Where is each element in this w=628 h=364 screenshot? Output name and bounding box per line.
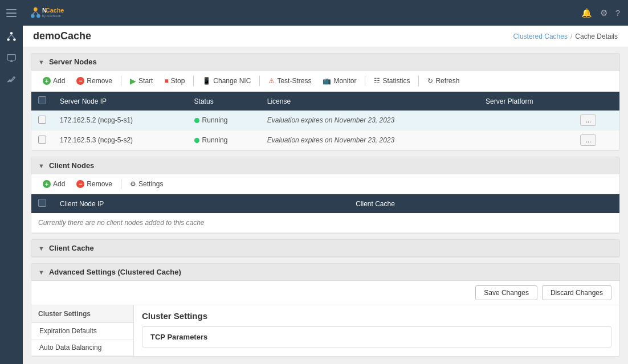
test-stress-button[interactable]: ⚠ Test-Stress — [264, 75, 316, 87]
server-col-check — [31, 92, 53, 111]
table-row[interactable]: 172.162.5.2 (ncpg-5-s1) Running Evaluati… — [31, 111, 619, 130]
add-icon: + — [43, 77, 51, 85]
advanced-settings-arrow: ▼ — [38, 269, 44, 276]
client-toolbar-sep — [121, 179, 121, 189]
client-nodes-title: Client Nodes — [49, 161, 94, 170]
svg-point-11 — [34, 7, 38, 11]
svg-point-5 — [13, 38, 16, 41]
server-nodes-table: Server Node IP Status License Server Pla… — [31, 92, 619, 150]
sidebar-item-monitor[interactable] — [0, 47, 23, 69]
adv-subsection-tcp: TCP Parameters — [142, 326, 611, 347]
change-nic-icon: 📱 — [202, 77, 211, 85]
svg-point-13 — [36, 14, 40, 18]
client-nodes-section: ▼ Client Nodes + Add − Remove ⚙ Settings — [31, 157, 620, 234]
save-changes-button[interactable]: Save Changes — [475, 285, 537, 300]
server-nodes-toolbar: + Add − Remove ▶ Start ■ Stop — [31, 71, 619, 92]
svg-point-3 — [10, 32, 13, 35]
server-nodes-arrow: ▼ — [38, 59, 44, 66]
advanced-sidebar: Cluster Settings Expiration Defaults Aut… — [31, 305, 134, 356]
client-table-header-row: Client Node IP Client Cache — [31, 194, 619, 213]
server-col-action — [573, 92, 619, 111]
remove-server-button[interactable]: − Remove — [72, 75, 117, 87]
svg-text:Cache: Cache — [46, 7, 64, 14]
svg-rect-8 — [7, 55, 15, 60]
toolbar-sep-4 — [365, 76, 365, 86]
toolbar-sep-5 — [418, 76, 419, 86]
svg-line-6 — [9, 35, 11, 38]
client-cache-title: Client Cache — [49, 244, 94, 252]
svg-rect-2 — [6, 16, 17, 17]
client-nodes-table: Client Node IP Client Cache Currently th… — [31, 194, 619, 233]
svg-line-14 — [32, 11, 35, 14]
advanced-settings-header[interactable]: ▼ Advanced Settings (Clustered Cache) — [31, 264, 619, 281]
sidebar-item-tools[interactable] — [0, 69, 23, 91]
server-col-ip: Server Node IP — [53, 92, 187, 111]
server-col-status: Status — [187, 92, 260, 111]
client-col-ip: Client Node IP — [53, 194, 349, 213]
client-cache-header[interactable]: ▼ Client Cache — [31, 240, 619, 257]
row1-check[interactable] — [31, 111, 53, 130]
toolbar-sep-2 — [193, 76, 194, 86]
sidebar-item-topology[interactable] — [0, 26, 23, 47]
statistics-button[interactable]: ☷ Statistics — [369, 75, 414, 87]
start-button[interactable]: ▶ Start — [125, 75, 157, 87]
client-nodes-toolbar: + Add − Remove ⚙ Settings — [31, 174, 619, 194]
advanced-content: Cluster Settings Expiration Defaults Aut… — [31, 305, 619, 356]
svg-line-7 — [11, 35, 14, 38]
content-header: demoCache Clustered Caches / Cache Detai… — [23, 26, 628, 47]
stop-icon: ■ — [164, 77, 168, 85]
row1-action[interactable]: ... — [573, 111, 619, 130]
row1-platform — [479, 111, 573, 130]
advanced-main: Cluster Settings TCP Parameters — [134, 305, 619, 356]
client-cache-section: ▼ Client Cache — [31, 239, 620, 257]
client-settings-button[interactable]: ⚙ Settings — [125, 178, 168, 190]
add-server-button[interactable]: + Add — [38, 75, 70, 87]
row2-action-btn[interactable]: ... — [580, 134, 596, 146]
client-empty-message: Currently there are no client nodes adde… — [31, 213, 619, 233]
row2-ip: 172.162.5.3 (ncpg-5-s2) — [53, 130, 187, 150]
row1-ip: 172.162.5.2 (ncpg-5-s1) — [53, 111, 187, 130]
client-nodes-header[interactable]: ▼ Client Nodes — [31, 157, 619, 174]
adv-expiration-defaults[interactable]: Expiration Defaults — [31, 323, 133, 340]
help-icon[interactable]: ? — [615, 8, 620, 18]
server-nodes-header[interactable]: ▼ Server Nodes — [31, 54, 619, 71]
adv-tcp-title: TCP Parameters — [150, 333, 603, 341]
main-content: N Cache by Alachisoft 🔔 ⚙ ? demoCache Cl… — [23, 0, 628, 364]
advanced-settings-title: Advanced Settings (Clustered Cache) — [49, 268, 181, 276]
svg-point-12 — [31, 14, 35, 18]
svg-text:by Alachisoft: by Alachisoft — [42, 14, 61, 18]
discard-changes-button[interactable]: Discard Changes — [542, 285, 611, 300]
breadcrumb-current: Cache Details — [575, 32, 618, 40]
client-empty-row: Currently there are no client nodes adde… — [31, 213, 619, 233]
remove-client-button[interactable]: − Remove — [72, 178, 117, 190]
settings-gear-icon: ⚙ — [130, 180, 136, 188]
start-icon: ▶ — [130, 76, 136, 85]
menu-icon[interactable] — [6, 9, 17, 17]
client-cache-arrow: ▼ — [38, 245, 44, 252]
row2-check[interactable] — [31, 130, 53, 150]
remove-client-icon: − — [76, 180, 84, 188]
adv-auto-data-balancing[interactable]: Auto Data Balancing — [31, 340, 133, 356]
monitor-icon: 📺 — [323, 77, 331, 85]
breadcrumb-separator: / — [570, 32, 572, 40]
toolbar-sep-3 — [259, 76, 260, 86]
save-discard-bar: Save Changes Discard Changes — [31, 281, 619, 305]
table-row[interactable]: 172.162.5.3 (ncpg-5-s2) Running Evaluati… — [31, 130, 619, 150]
server-table-header-row: Server Node IP Status License Server Pla… — [31, 92, 619, 111]
server-col-platform: Server Platform — [479, 92, 573, 111]
monitor-button[interactable]: 📺 Monitor — [318, 75, 361, 87]
toolbar-sep-1 — [121, 76, 121, 86]
row1-action-btn[interactable]: ... — [580, 114, 596, 126]
ncache-logo: N Cache by Alachisoft — [31, 5, 88, 21]
change-nic-button[interactable]: 📱 Change NIC — [198, 75, 255, 87]
breadcrumb-parent[interactable]: Clustered Caches — [513, 32, 568, 40]
notifications-icon[interactable]: 🔔 — [581, 8, 592, 18]
add-client-button[interactable]: + Add — [38, 178, 70, 190]
row2-action[interactable]: ... — [573, 130, 619, 150]
adv-sidebar-label: Cluster Settings — [31, 305, 133, 323]
settings-icon[interactable]: ⚙ — [600, 8, 607, 18]
test-stress-icon: ⚠ — [268, 77, 275, 85]
refresh-button[interactable]: ↻ Refresh — [423, 75, 464, 87]
row2-license: Evaluation expires on November 23, 2023 — [260, 130, 479, 150]
stop-button[interactable]: ■ Stop — [160, 75, 189, 87]
